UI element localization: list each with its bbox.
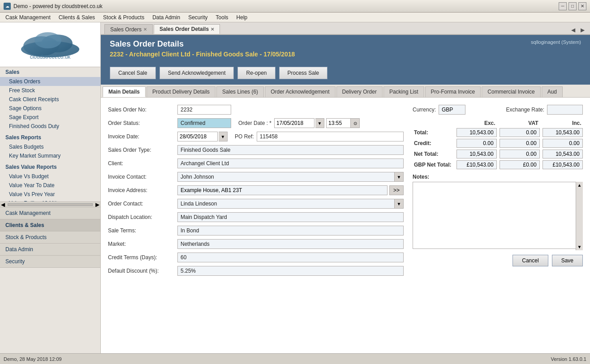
menu-help[interactable]: Help [233, 13, 251, 21]
inner-tab-main-details[interactable]: Main Details [103, 86, 146, 97]
notes-scroll-up[interactable]: ▲ [577, 183, 582, 188]
sidebar-item-sales-budgets[interactable]: Sales Budgets [0, 142, 100, 151]
invoice-contact-dropdown[interactable]: ▼ [395, 172, 404, 182]
sales-order-no-row: Sales Order No: [108, 105, 404, 115]
client-input[interactable] [177, 158, 404, 168]
sales-order-no-input[interactable] [177, 105, 231, 115]
tab-sales-orders[interactable]: Sales Orders ✕ [104, 24, 153, 34]
po-ref-input[interactable] [257, 132, 404, 141]
notes-textarea[interactable] [413, 182, 583, 249]
save-button[interactable]: Save [552, 255, 583, 266]
sidebar-item-cask-client-receipts[interactable]: Cask Client Receipts [0, 95, 100, 104]
default-discount-input[interactable] [177, 266, 404, 276]
sidebar-item-value-year-to-date[interactable]: Value Year To Date [0, 181, 100, 190]
reopen-button[interactable]: Re-open [237, 67, 275, 79]
order-date-picker[interactable]: ▼ [315, 118, 324, 128]
invoice-address-button[interactable]: >> [389, 185, 404, 195]
restore-button[interactable]: □ [568, 2, 577, 10]
order-date-input[interactable] [274, 118, 314, 128]
tab-sales-order-details[interactable]: Sales Order Details ✕ [154, 24, 220, 34]
exchange-rate-input[interactable] [547, 105, 583, 115]
invoice-date-picker[interactable]: ▼ [219, 132, 228, 141]
tab-sales-order-details-close[interactable]: ✕ [211, 27, 214, 32]
order-time-btn[interactable]: ⊙ [351, 118, 360, 128]
send-acknowledgement-button[interactable]: Send Acknowledgement [159, 67, 234, 79]
inner-tab-delivery-order[interactable]: Delivery Order [336, 86, 383, 97]
inner-tab-order-acknowledgement[interactable]: Order Acknowledgement [265, 86, 335, 97]
order-contact-input[interactable] [177, 199, 395, 209]
menu-data-admin[interactable]: Data Admin [149, 13, 184, 21]
inner-tab-product-delivery[interactable]: Product Delivery Details [146, 86, 215, 97]
sidebar-item-value-vs-budget[interactable]: Value Vs Budget [0, 172, 100, 181]
process-sale-button[interactable]: Process Sale [279, 67, 328, 79]
menu-security[interactable]: Security [185, 13, 211, 21]
sidebar-item-value-vs-prev-year[interactable]: Value Vs Prev Year [0, 190, 100, 199]
invoice-date-input[interactable] [177, 132, 218, 141]
tab-sales-orders-close[interactable]: ✕ [143, 27, 147, 32]
form-area: Sales Order No: Order Status: Order Date… [101, 98, 590, 353]
close-button[interactable]: ✕ [578, 2, 586, 10]
net-total-exc[interactable] [456, 150, 497, 158]
sidebar-bottom-data-admin[interactable]: Data Admin [0, 244, 100, 256]
gbp-net-total-vat[interactable] [500, 160, 540, 169]
menu-stock-products[interactable]: Stock & Products [99, 13, 148, 21]
cancel-sale-button[interactable]: Cancel Sale [110, 67, 156, 79]
inner-tab-sales-lines[interactable]: Sales Lines (6) [216, 86, 264, 97]
sale-terms-input[interactable] [177, 226, 404, 236]
sidebar-item-free-stock[interactable]: Free Stock [0, 86, 100, 95]
credit-exc[interactable] [456, 139, 497, 148]
sidebar-section-sales-value[interactable]: Sales Value Reports [0, 162, 100, 172]
menu-clients-sales[interactable]: Clients & Sales [55, 13, 99, 21]
invoice-contact-input[interactable] [177, 172, 395, 182]
invoice-address-input[interactable] [177, 185, 388, 195]
inner-tab-pro-forma[interactable]: Pro-Forma Invoice [425, 86, 481, 97]
sidebar-item-sage-options[interactable]: Sage Options [0, 104, 100, 113]
menu-tools[interactable]: Tools [212, 13, 232, 21]
sidebar-bottom-security[interactable]: Security [0, 256, 100, 268]
order-time-input[interactable] [326, 118, 351, 128]
total-row: Total: [413, 127, 584, 138]
cancel-button[interactable]: Cancel [512, 255, 548, 266]
invoice-date-row: Invoice Date: ▼ PO Ref: [108, 132, 404, 141]
sidebar-item-sales-orders[interactable]: Sales Orders [0, 77, 100, 86]
inner-tab-aud[interactable]: Aud [542, 86, 563, 97]
net-total-label: Net Total: [413, 149, 455, 159]
notes-scroll-down[interactable]: ▼ [577, 244, 582, 249]
sidebar-item-sage-export[interactable]: Sage Export [0, 113, 100, 122]
sidebar-bottom-stock-products[interactable]: Stock & Products [0, 231, 100, 244]
total-exc[interactable] [456, 128, 497, 137]
total-vat[interactable] [500, 128, 540, 137]
net-total-vat[interactable] [500, 150, 540, 158]
menu-cask-management[interactable]: Cask Management [2, 13, 54, 21]
market-input[interactable] [177, 239, 404, 249]
sales-order-type-input[interactable] [177, 145, 404, 155]
minimize-button[interactable]: ─ [559, 2, 567, 10]
sidebar-item-key-market-summary[interactable]: Key Market Summary [0, 151, 100, 160]
inner-tab-packing-list[interactable]: Packing List [383, 86, 424, 97]
svg-point-3 [34, 32, 61, 48]
sidebar-bottom-clients-sales[interactable]: Clients & Sales [0, 219, 100, 231]
tab-nav-right[interactable]: ▶ [579, 26, 586, 34]
sidebar-section-sales[interactable]: Sales [0, 67, 100, 77]
gbp-net-total-exc[interactable] [456, 160, 497, 169]
total-label: Total: [413, 127, 455, 138]
inner-tab-commercial-invoice[interactable]: Commercial Invoice [482, 86, 540, 97]
tab-nav-left[interactable]: ◀ [569, 26, 577, 34]
gbp-net-total-inc[interactable] [543, 160, 583, 169]
currency-input[interactable] [439, 105, 465, 115]
order-status-input[interactable] [177, 118, 231, 128]
credit-terms-input[interactable] [177, 253, 404, 262]
total-inc[interactable] [543, 128, 583, 137]
sidebar-item-finished-goods-duty[interactable]: Finished Goods Duty [0, 122, 100, 131]
dispatch-location-input[interactable] [177, 212, 404, 222]
credit-vat[interactable] [500, 139, 540, 148]
sidebar-section-sales-reports[interactable]: Sales Reports [0, 133, 100, 142]
sidebar-scrollbar[interactable]: ◀ ▶ [0, 201, 100, 207]
credit-inc[interactable] [543, 139, 583, 148]
credit-label: Credit: [413, 138, 455, 149]
sales-order-type-label: Sales Order Type: [108, 147, 177, 153]
sidebar-bottom-cask-management[interactable]: Cask Management [0, 207, 100, 219]
credit-terms-row: Credit Terms (Days): [108, 253, 404, 262]
order-contact-dropdown[interactable]: ▼ [395, 199, 404, 209]
net-total-inc[interactable] [543, 150, 583, 158]
